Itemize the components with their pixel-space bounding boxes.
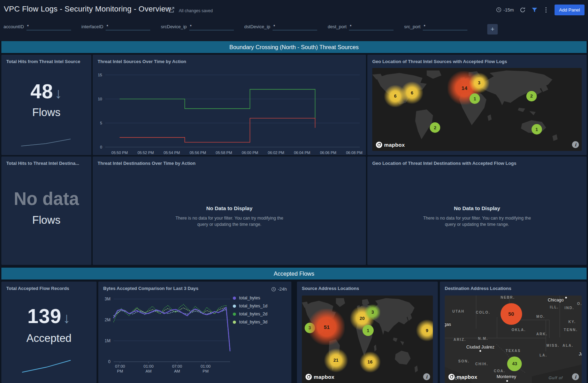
info-icon[interactable]: i [572, 141, 579, 148]
panel-geo-dest: Geo Location of Threat Intel Destination… [367, 156, 587, 265]
map-label: COLO. [476, 310, 490, 314]
map-label: TEXAS [506, 349, 521, 353]
panel-title: Source Address Locations [302, 286, 433, 291]
share-icon[interactable] [168, 6, 175, 13]
mapbox-icon [448, 374, 455, 380]
geo-bubble[interactable]: 51 [308, 309, 345, 345]
filter-dstDevice_ip-input[interactable]: * [273, 24, 317, 30]
map-label: NEBR. [501, 296, 515, 299]
legend-label: total_bytes_3d [239, 320, 267, 324]
filter-label: srcDevice_ip [161, 24, 186, 30]
section-header-boundary: Boundary Crossing (North - South) Threat… [1, 41, 587, 53]
geo-bubble[interactable]: 3 [365, 305, 380, 320]
info-icon[interactable]: i [572, 373, 579, 380]
svg-text:10: 10 [98, 97, 102, 101]
step-line-chart: 05101505:50 PM05:52 PM05:54 PM05:56 PM05… [93, 55, 366, 155]
chart-legend: total_bytestotal_bytes_1dtotal_bytes_2dt… [233, 296, 267, 328]
panel-source-locations: Source Address Locations 351203192116map… [297, 282, 438, 383]
info-icon[interactable]: i [423, 373, 430, 380]
legend-item-total_bytes_1d[interactable]: total_bytes_1d [233, 304, 267, 308]
legend-label: total_bytes_1d [239, 304, 267, 308]
city-marker [565, 297, 567, 299]
svg-text:AM: AM [174, 369, 180, 373]
svg-text:1M: 1M [105, 338, 110, 343]
map-label: ARIZ. [453, 337, 466, 341]
filter-src_port: src_port* [404, 24, 467, 30]
mapbox-logo[interactable]: mapbox [305, 374, 334, 380]
stat-unit: Flows [1, 214, 91, 227]
panel-geo-sources: Geo Location of Threat Intel Sources wit… [367, 55, 587, 155]
funnel-icon[interactable] [532, 7, 537, 13]
svg-text:2M: 2M [105, 317, 110, 322]
stat-unit: Flows [1, 106, 91, 119]
map-label: O. [577, 301, 582, 305]
panel-total-accepted: Total Accepted Flow Records 139↓ Accepte… [1, 282, 97, 383]
geo-bubble[interactable]: 1 [469, 93, 480, 104]
legend-item-total_bytes[interactable]: total_bytes [233, 296, 267, 300]
stat-value: 48↓ [1, 80, 91, 103]
panel-title: Geo Location of Threat Intel Destination… [372, 161, 582, 166]
dashboard-header: VPC Flow Logs - Security Monitoring - Ov… [0, 0, 588, 41]
filter-label: src_port [404, 24, 420, 30]
geo-bubble[interactable]: 1 [532, 124, 542, 135]
page-title: VPC Flow Logs - Security Monitoring - Ov… [4, 5, 171, 14]
kebab-icon[interactable] [543, 7, 549, 13]
map-label: KY. [568, 320, 576, 324]
mapbox-wordmark: mapbox [457, 374, 477, 380]
add-filter-button[interactable]: + [487, 24, 498, 35]
geo-bubble[interactable]: 1 [362, 325, 374, 336]
geo-bubble[interactable]: 21 [324, 348, 348, 372]
map-label: OKLA. [512, 328, 526, 331]
map-label: ALA. [563, 344, 573, 347]
legend-swatch [233, 313, 236, 316]
svg-text:0: 0 [100, 145, 102, 149]
no-data-heading: No Data to Display [93, 205, 366, 211]
mapbox-logo[interactable]: mapbox [448, 374, 477, 380]
svg-text:01:00: 01:00 [144, 364, 154, 368]
geo-bubble[interactable]: 50 [501, 303, 522, 325]
geo-bubble[interactable]: 16 [360, 352, 381, 373]
filter-accountID-input[interactable]: * [26, 24, 71, 30]
legend-label: total_bytes [239, 296, 260, 300]
time-range-control[interactable]: -15m [496, 7, 514, 13]
filter-interfaceID-input[interactable]: * [106, 24, 150, 30]
svg-text:5: 5 [100, 121, 102, 125]
legend-item-total_bytes_3d[interactable]: total_bytes_3d [233, 320, 267, 324]
panel-title: Threat Intel Sources Over Time by Action [98, 59, 361, 64]
stat-value: 139↓ [1, 305, 97, 328]
panel-title: Total Hits to Threat Intel Destina... [6, 161, 86, 166]
geo-bubble[interactable]: 3 [469, 73, 489, 93]
filter-row: accountID*interfaceID*srcDevice_ip*dstDe… [3, 24, 478, 30]
filter-srcDevice_ip-input[interactable]: * [189, 24, 234, 30]
svg-text:05:54 PM: 05:54 PM [163, 151, 180, 155]
panel-total-hits-dest: Total Hits to Threat Intel Destina... No… [1, 156, 91, 265]
no-data-message: There is no data for your filter. You ca… [367, 216, 587, 221]
mapbox-wordmark: mapbox [384, 142, 405, 148]
filter-dest_port-input[interactable]: * [349, 24, 394, 30]
trend-down-icon: ↓ [63, 310, 71, 326]
panel-bytes-comparison: Bytes Accepted Comparison for Last 3 Day… [98, 282, 291, 383]
clock-icon [271, 287, 276, 292]
trend-down-icon: ↓ [55, 85, 62, 101]
geo-bubble[interactable]: 2 [430, 122, 440, 133]
geo-bubble[interactable]: 9 [416, 320, 433, 341]
geo-bubble[interactable]: 2 [526, 91, 537, 101]
legend-swatch [233, 305, 236, 308]
geo-bubble[interactable]: 6 [401, 82, 423, 104]
panel-dest-over-time: Threat Intel Destinations Over Time by A… [93, 156, 366, 265]
geo-bubble[interactable]: 43 [507, 357, 522, 371]
filter-src_port-input[interactable]: * [423, 24, 467, 30]
svg-text:07:00: 07:00 [172, 364, 182, 368]
no-data-message: query or updating the time range. [367, 222, 587, 227]
refresh-icon[interactable] [520, 7, 526, 13]
map-label: Ja [579, 352, 582, 357]
mapbox-logo[interactable]: mapbox [376, 141, 405, 148]
filter-label: accountID [3, 24, 24, 30]
filter-label: dstDevice_ip [244, 24, 270, 30]
svg-text:PM: PM [203, 369, 208, 373]
legend-item-total_bytes_2d[interactable]: total_bytes_2d [233, 312, 267, 316]
panel-time-override[interactable]: -24h [271, 286, 287, 292]
no-data-message: query or updating the time range. [93, 222, 366, 227]
world-map: 351203192116mapboxi [302, 296, 433, 383]
add-panel-button[interactable]: Add Panel [555, 5, 585, 15]
